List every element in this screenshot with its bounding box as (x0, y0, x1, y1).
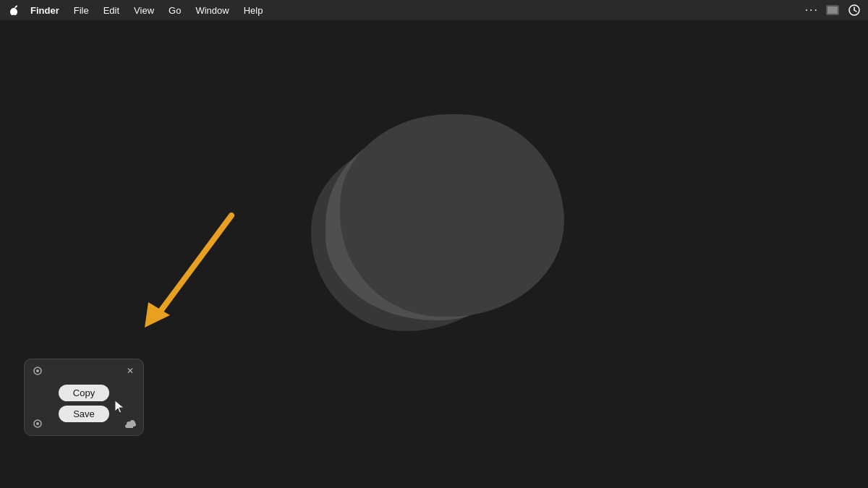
menubar-dots-icon[interactable]: ··· (805, 4, 819, 17)
save-copy-panel: ✕ Copy Save (24, 359, 144, 436)
blob-shape (289, 114, 564, 360)
menubar-right: ··· (805, 2, 862, 18)
copy-button[interactable]: Copy (59, 385, 109, 401)
menubar-file[interactable]: File (68, 4, 95, 17)
svg-marker-6 (145, 302, 170, 328)
apple-menu[interactable] (6, 2, 22, 18)
menubar-finder[interactable]: Finder (25, 4, 65, 17)
desktop: ✕ Copy Save (0, 20, 868, 488)
menubar-view[interactable]: View (128, 4, 160, 17)
svg-line-4 (854, 10, 856, 12)
panel-bottom-left-icon[interactable] (30, 416, 45, 431)
panel-pin-icon[interactable] (30, 364, 45, 378)
panel-top-icons: ✕ (25, 364, 143, 378)
menubar-edit[interactable]: Edit (98, 4, 125, 17)
menubar-clock-icon[interactable] (846, 2, 862, 18)
svg-line-5 (159, 215, 231, 313)
svg-point-10 (36, 422, 39, 425)
menubar-help[interactable]: Help (238, 4, 269, 17)
svg-rect-1 (827, 7, 838, 14)
svg-point-8 (36, 369, 39, 372)
menubar-user-icon[interactable] (825, 2, 841, 18)
arrow-indicator (101, 201, 260, 360)
panel-bottom-icons (25, 416, 143, 431)
menubar-window[interactable]: Window (190, 4, 234, 17)
menubar-go[interactable]: Go (163, 4, 187, 17)
menubar: Finder File Edit View Go Window Help ··· (0, 0, 868, 20)
panel-close-icon[interactable]: ✕ (123, 364, 137, 378)
blob-front-layer (340, 114, 564, 317)
panel-cloud-icon[interactable] (123, 416, 137, 431)
